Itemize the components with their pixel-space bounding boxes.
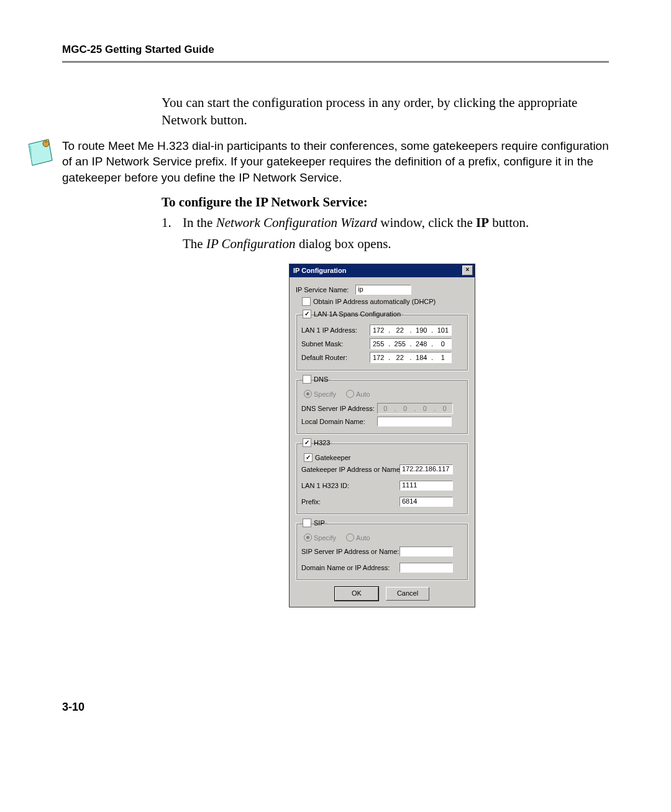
lan-group: ✓ LAN 1A Spans Configuration LAN 1 IP Ad… bbox=[296, 310, 468, 371]
dns-specify-radio[interactable] bbox=[304, 390, 312, 398]
dns-server-label: DNS Server IP Address: bbox=[301, 405, 377, 412]
gk-addr-label: Gatekeeper IP Address or Name: bbox=[301, 466, 399, 473]
dns-legend: DNS bbox=[314, 376, 328, 383]
dialog-title: IP Configuration bbox=[293, 267, 346, 274]
section-heading: To configure the IP Network Service: bbox=[162, 195, 603, 210]
dns-auto-label: Auto bbox=[356, 390, 370, 398]
dhcp-label: Obtain IP Address automatically (DHCP) bbox=[313, 298, 436, 305]
ip-service-name-input[interactable]: ip bbox=[355, 285, 411, 295]
dns-specify-label: Specify bbox=[314, 390, 336, 398]
dns-checkbox[interactable] bbox=[303, 375, 311, 384]
gatekeeper-checkbox[interactable]: ✓ bbox=[304, 453, 313, 462]
dhcp-checkbox[interactable] bbox=[302, 297, 311, 306]
page-number: 3-10 bbox=[62, 701, 609, 714]
dns-server-input[interactable]: 0. 0. 0. 0 bbox=[377, 403, 453, 414]
sip-auto-radio[interactable] bbox=[346, 533, 354, 542]
lan-legend: LAN 1A Spans Configuration bbox=[314, 310, 401, 318]
note-text: To route Meet Me H.323 dial-in participa… bbox=[62, 138, 609, 186]
dialog-titlebar: IP Configuration × bbox=[290, 264, 475, 277]
dns-auto-radio[interactable] bbox=[346, 390, 354, 398]
cancel-button[interactable]: Cancel bbox=[386, 587, 429, 601]
local-domain-input[interactable] bbox=[377, 417, 452, 427]
subnet-mask-input[interactable]: 255. 255. 248. 0 bbox=[370, 338, 452, 349]
ok-button[interactable]: OK bbox=[335, 587, 378, 601]
prefix-label: Prefix: bbox=[301, 498, 399, 505]
h323-id-input[interactable]: 1111 bbox=[399, 481, 453, 491]
sip-server-input[interactable] bbox=[399, 547, 453, 556]
doc-header: MGC-25 Getting Started Guide bbox=[62, 44, 609, 56]
step-text: In the Network Configuration Wizard wind… bbox=[183, 214, 529, 231]
sip-domain-label: Domain Name or IP Address: bbox=[301, 564, 399, 571]
close-icon[interactable]: × bbox=[462, 265, 473, 275]
ip-service-name-label: IP Service Name: bbox=[296, 286, 355, 293]
sip-specify-label: Specify bbox=[314, 534, 336, 542]
gk-addr-input[interactable]: 172.22.186.117 bbox=[399, 464, 453, 474]
step-followup: The IP Configuration dialog box opens. bbox=[183, 235, 603, 252]
ip-configuration-dialog: IP Configuration × IP Service Name: ip O… bbox=[289, 264, 475, 607]
sip-auto-label: Auto bbox=[356, 534, 370, 542]
lan-ip-label: LAN 1 IP Address: bbox=[301, 326, 370, 334]
sip-domain-input[interactable] bbox=[399, 563, 453, 573]
h323-id-label: LAN 1 H323 ID: bbox=[301, 482, 399, 489]
sip-checkbox[interactable] bbox=[303, 519, 311, 527]
header-rule bbox=[62, 61, 609, 63]
default-router-label: Default Router: bbox=[301, 354, 370, 361]
gatekeeper-label: Gatekeeper bbox=[315, 454, 350, 461]
local-domain-label: Local Domain Name: bbox=[301, 418, 377, 425]
h323-checkbox[interactable]: ✓ bbox=[303, 438, 311, 447]
intro-paragraph: You can start the configuration process … bbox=[162, 94, 603, 129]
h323-group: ✓ H323 ✓ Gatekeeper Gatekeeper IP Addres… bbox=[296, 438, 468, 515]
sip-server-label: SIP Server IP Address or Name: bbox=[301, 548, 399, 555]
lan-checkbox[interactable]: ✓ bbox=[303, 310, 311, 318]
sip-specify-radio[interactable] bbox=[304, 533, 312, 542]
subnet-mask-label: Subnet Mask: bbox=[301, 340, 370, 348]
sip-group: SIP Specify Auto bbox=[296, 519, 468, 581]
note-icon bbox=[25, 138, 55, 170]
lan-ip-input[interactable]: 172. 22. 190. 101 bbox=[370, 325, 452, 336]
h323-legend: H323 bbox=[314, 439, 330, 446]
sip-legend: SIP bbox=[314, 519, 325, 527]
dns-group: DNS Specify Auto bbox=[296, 375, 468, 435]
prefix-input[interactable]: 6814 bbox=[399, 497, 453, 507]
step-number: 1. bbox=[162, 214, 183, 231]
svg-rect-3 bbox=[45, 141, 47, 143]
default-router-input[interactable]: 172. 22. 184. 1 bbox=[370, 352, 452, 363]
